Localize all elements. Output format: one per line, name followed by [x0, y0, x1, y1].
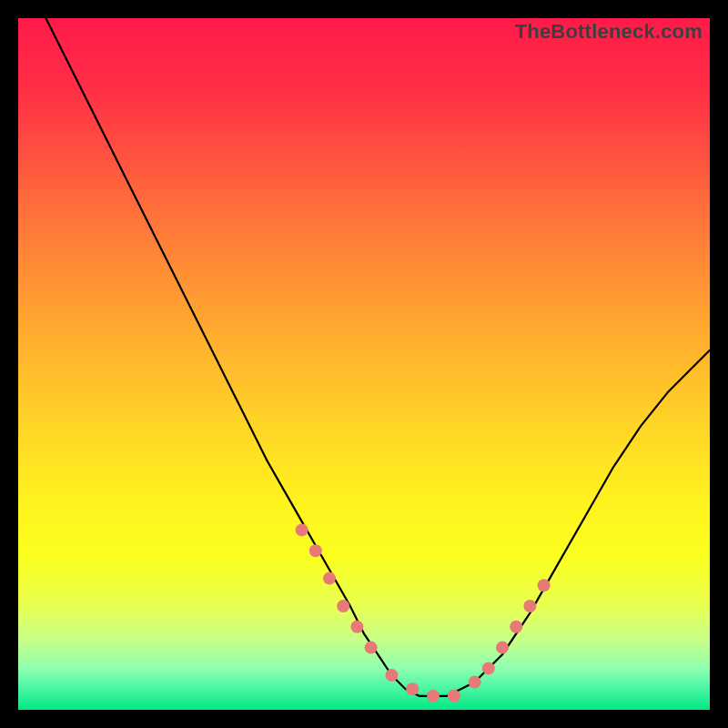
- threshold-dot: [350, 621, 363, 633]
- plot-area: TheBottleneck.com: [18, 18, 710, 710]
- threshold-dot: [510, 621, 522, 633]
- threshold-dot: [365, 642, 378, 654]
- threshold-dot: [538, 579, 551, 592]
- threshold-dot: [482, 662, 495, 674]
- chart-frame: { "watermark": "TheBottleneck.com", "col…: [0, 0, 728, 728]
- threshold-dot: [296, 523, 308, 536]
- threshold-dot: [496, 642, 509, 654]
- threshold-dot: [523, 600, 536, 612]
- threshold-dot: [337, 600, 349, 612]
- threshold-dot: [448, 690, 460, 703]
- threshold-dot: [406, 682, 419, 695]
- threshold-dot: [385, 669, 398, 682]
- curve-layer: [18, 18, 710, 710]
- watermark-text: TheBottleneck.com: [515, 20, 703, 44]
- bottleneck-curve: [46, 18, 710, 696]
- threshold-dot: [323, 572, 336, 585]
- threshold-dot: [309, 544, 322, 557]
- threshold-dot: [427, 690, 440, 703]
- threshold-dots: [296, 523, 551, 702]
- threshold-dot: [469, 676, 481, 689]
